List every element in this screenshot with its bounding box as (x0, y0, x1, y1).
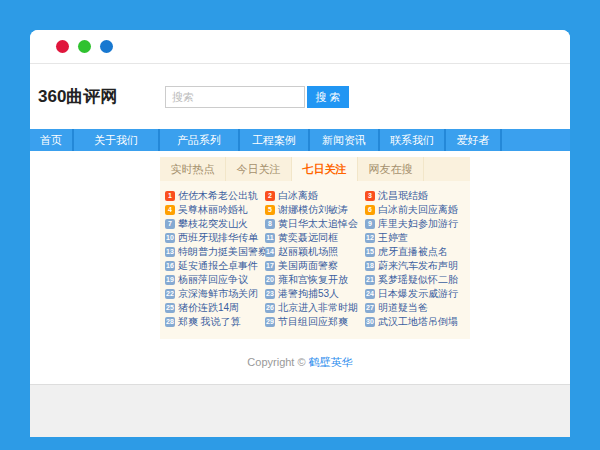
rank-badge: 2 (265, 191, 275, 201)
item-title: 猪价连跌14周 (178, 301, 239, 315)
list-item[interactable]: 12王婷萱 (365, 231, 465, 245)
list-item[interactable]: 5谢娜模仿刘敏涛 (265, 203, 365, 217)
list-item[interactable]: 26北京进入非常时期 (265, 301, 365, 315)
list-item[interactable]: 9库里夫妇参加游行 (365, 217, 465, 231)
rank-badge: 28 (165, 317, 175, 327)
item-title: 港警拘捕53人 (278, 287, 339, 301)
rank-badge: 12 (365, 233, 375, 243)
nav-item-0[interactable]: 首页 (30, 129, 74, 151)
list-item[interactable]: 22京深海鲜市场关闭 (165, 287, 265, 301)
list-item[interactable]: 17美国两面警察 (265, 259, 365, 273)
list-item[interactable]: 18蔚来汽车发布声明 (365, 259, 465, 273)
list-item[interactable]: 4吴尊林丽吟婚礼 (165, 203, 265, 217)
list-item[interactable]: 15虎牙直播被点名 (365, 245, 465, 259)
item-title: 武汉工地塔吊倒塌 (378, 315, 458, 329)
rank-badge: 24 (365, 289, 375, 299)
hot-tabs: 实时热点今日关注七日关注网友在搜 (160, 157, 470, 181)
item-title: 奚梦瑶疑似怀二胎 (378, 273, 458, 287)
item-title: 白冰离婚 (278, 189, 318, 203)
site-logo: 360曲评网 (38, 85, 117, 108)
list-item[interactable]: 20雍和宫恢复开放 (265, 273, 365, 287)
tab-2[interactable]: 七日关注 (292, 157, 358, 181)
item-title: 雍和宫恢复开放 (278, 273, 348, 287)
list-item[interactable]: 3沈昌珉结婚 (365, 189, 465, 203)
list-item[interactable]: 14赵丽颖机场照 (265, 245, 365, 259)
rank-badge: 8 (265, 219, 275, 229)
hot-list: 1佐佐木希老公出轨4吴尊林丽吟婚礼7攀枝花突发山火10西班牙现排华传单13特朗普… (160, 181, 470, 339)
footer-band (30, 384, 570, 437)
rank-badge: 22 (165, 289, 175, 299)
list-item[interactable]: 29节目组回应郑爽 (265, 315, 365, 329)
list-item[interactable]: 1佐佐木希老公出轨 (165, 189, 265, 203)
rank-badge: 3 (365, 191, 375, 201)
page-background: { "window": { "controls": [ { "name": "c… (0, 0, 600, 450)
rank-badge: 5 (265, 205, 275, 215)
rank-badge: 11 (265, 233, 275, 243)
item-title: 谢娜模仿刘敏涛 (278, 203, 348, 217)
item-title: 节目组回应郑爽 (278, 315, 348, 329)
rank-badge: 20 (265, 275, 275, 285)
rank-badge: 19 (165, 275, 175, 285)
rank-badge: 1 (165, 191, 175, 201)
search-button[interactable]: 搜 索 (307, 86, 349, 108)
list-item[interactable]: 25猪价连跌14周 (165, 301, 265, 315)
list-item[interactable]: 6白冰前夫回应离婚 (365, 203, 465, 217)
rank-badge: 17 (265, 261, 275, 271)
nav-item-6[interactable]: 爱好者 (446, 129, 502, 151)
rank-badge: 10 (165, 233, 175, 243)
list-item[interactable]: 16延安通报仝卓事件 (165, 259, 265, 273)
list-item[interactable]: 11黄奕聂远同框 (265, 231, 365, 245)
list-item[interactable]: 2白冰离婚 (265, 189, 365, 203)
item-title: 白冰前夫回应离婚 (378, 203, 458, 217)
list-item[interactable]: 8黄日华太太追悼会 (265, 217, 365, 231)
rank-badge: 9 (365, 219, 375, 229)
item-title: 杨丽萍回应争议 (178, 273, 248, 287)
close-dot-icon[interactable] (56, 40, 69, 53)
minimize-dot-icon[interactable] (78, 40, 91, 53)
main-nav: 首页关于我们产品系列工程案例新闻资讯联系我们爱好者 (30, 129, 570, 151)
list-item[interactable]: 28郑爽 我说了算 (165, 315, 265, 329)
list-item[interactable]: 24日本爆发示威游行 (365, 287, 465, 301)
item-title: 王婷萱 (378, 231, 408, 245)
list-item[interactable]: 13特朗普力挺美国警察 (165, 245, 265, 259)
hot-list-column-0: 1佐佐木希老公出轨4吴尊林丽吟婚礼7攀枝花突发山火10西班牙现排华传单13特朗普… (165, 189, 265, 329)
item-title: 赵丽颖机场照 (278, 245, 338, 259)
list-item[interactable]: 27明道疑当爸 (365, 301, 465, 315)
window-titlebar (30, 30, 570, 64)
site-header: 360曲评网 搜 索 (30, 64, 570, 129)
hot-search-panel: 实时热点今日关注七日关注网友在搜 1佐佐木希老公出轨4吴尊林丽吟婚礼7攀枝花突发… (160, 157, 470, 339)
item-title: 延安通报仝卓事件 (178, 259, 258, 273)
tab-3[interactable]: 网友在搜 (358, 157, 424, 181)
rank-badge: 30 (365, 317, 375, 327)
item-title: 西班牙现排华传单 (178, 231, 258, 245)
nav-item-5[interactable]: 联系我们 (380, 129, 446, 151)
list-item[interactable]: 19杨丽萍回应争议 (165, 273, 265, 287)
item-title: 沈昌珉结婚 (378, 189, 428, 203)
item-title: 特朗普力挺美国警察 (178, 245, 265, 259)
tab-0[interactable]: 实时热点 (160, 157, 226, 181)
item-title: 黄日华太太追悼会 (278, 217, 358, 231)
copyright: Copyright © 鹤壁英华 (30, 355, 570, 370)
item-title: 京深海鲜市场关闭 (178, 287, 258, 301)
nav-item-1[interactable]: 关于我们 (74, 129, 160, 151)
hot-list-column-1: 2白冰离婚5谢娜模仿刘敏涛8黄日华太太追悼会11黄奕聂远同框14赵丽颖机场照17… (265, 189, 365, 329)
rank-badge: 16 (165, 261, 175, 271)
copyright-text: Copyright © (247, 356, 308, 368)
nav-item-4[interactable]: 新闻资讯 (310, 129, 380, 151)
nav-item-2[interactable]: 产品系列 (160, 129, 240, 151)
item-title: 日本爆发示威游行 (378, 287, 458, 301)
search-input[interactable] (165, 86, 305, 108)
item-title: 吴尊林丽吟婚礼 (178, 203, 248, 217)
maximize-dot-icon[interactable] (100, 40, 113, 53)
list-item[interactable]: 21奚梦瑶疑似怀二胎 (365, 273, 465, 287)
list-item[interactable]: 10西班牙现排华传单 (165, 231, 265, 245)
item-title: 美国两面警察 (278, 259, 338, 273)
nav-item-3[interactable]: 工程案例 (240, 129, 310, 151)
list-item[interactable]: 23港警拘捕53人 (265, 287, 365, 301)
page-content: 实时热点今日关注七日关注网友在搜 1佐佐木希老公出轨4吴尊林丽吟婚礼7攀枝花突发… (30, 151, 570, 437)
tab-1[interactable]: 今日关注 (226, 157, 292, 181)
rank-badge: 29 (265, 317, 275, 327)
list-item[interactable]: 30武汉工地塔吊倒塌 (365, 315, 465, 329)
list-item[interactable]: 7攀枝花突发山火 (165, 217, 265, 231)
copyright-link[interactable]: 鹤壁英华 (309, 356, 353, 368)
